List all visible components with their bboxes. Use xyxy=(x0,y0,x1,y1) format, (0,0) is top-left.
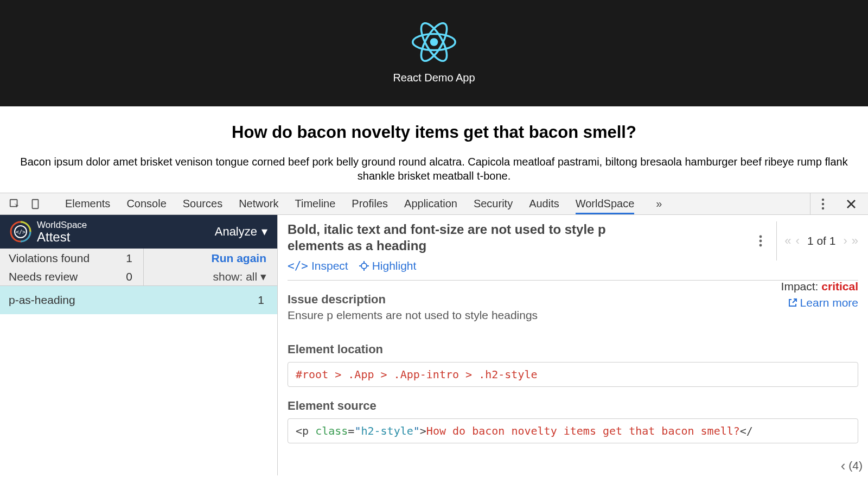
tab-network[interactable]: Network xyxy=(239,193,278,214)
issue-title: Bold, italic text and font-size are not … xyxy=(288,221,635,254)
impact-block: Impact: critical Learn more xyxy=(781,280,858,310)
caret-down-icon: ▾ xyxy=(261,225,267,239)
needs-review-row: Needs review 0 xyxy=(0,267,143,285)
brand-bottom: Attest xyxy=(37,230,87,244)
learn-more-label: Learn more xyxy=(800,296,858,309)
brand-top: WorldSpace xyxy=(37,220,87,230)
issue-desc-text: Ensure p elements are not used to style … xyxy=(288,309,858,322)
needs-review-label: Needs review xyxy=(9,270,78,283)
issue-menu-icon[interactable] xyxy=(752,233,769,249)
svg-point-7 xyxy=(822,202,824,205)
impact-value: critical xyxy=(821,280,858,292)
element-source-label: Element source xyxy=(288,399,858,413)
inspect-button[interactable]: </> Inspect xyxy=(288,259,348,272)
violation-rule-id: p-as-heading xyxy=(9,294,75,307)
impact-label: Impact: xyxy=(781,280,822,292)
element-source-box[interactable]: <p class="h2-style">How do bacon novelty… xyxy=(288,418,858,443)
last-icon[interactable]: » xyxy=(852,234,858,248)
learn-more-link[interactable]: Learn more xyxy=(788,296,858,309)
inspect-actions: </> Inspect Highlight xyxy=(288,259,635,272)
src-q2: " xyxy=(413,424,420,437)
tab-profiles[interactable]: Profiles xyxy=(352,193,388,214)
run-again-link[interactable]: Run again xyxy=(211,252,266,265)
tab-console[interactable]: Console xyxy=(126,193,166,214)
target-icon xyxy=(359,261,369,271)
inspect-element-icon[interactable] xyxy=(7,196,23,212)
inspect-label: Inspect xyxy=(311,259,348,272)
attest-sub-header: Violations found 1 Needs review 0 Run ag… xyxy=(0,249,277,286)
svg-point-8 xyxy=(822,207,824,209)
attest-left-column: </> WorldSpace Attest Analyze ▾ Violatio… xyxy=(0,215,278,475)
issue-nav-controls: « ‹ 1 of 1 › » xyxy=(752,221,858,260)
close-devtools-icon[interactable] xyxy=(843,196,859,212)
tab-worldspace[interactable]: WorldSpace xyxy=(576,193,635,214)
kebab-menu-icon[interactable] xyxy=(815,196,831,212)
tab-audits[interactable]: Audits xyxy=(529,193,559,214)
device-toolbar-icon[interactable] xyxy=(27,196,43,212)
nav-icons: « ‹ 1 of 1 › » xyxy=(784,234,858,248)
devtools-panel: Elements Console Sources Network Timelin… xyxy=(0,193,868,475)
analyze-button[interactable]: Analyze ▾ xyxy=(215,225,267,239)
attest-logo-icon: </> xyxy=(10,221,31,243)
tab-application[interactable]: Application xyxy=(404,193,457,214)
svg-point-0 xyxy=(430,38,438,46)
devtools-tabs-bar: Elements Console Sources Network Timelin… xyxy=(0,193,868,215)
first-icon[interactable]: « xyxy=(784,234,791,248)
page-body-text: Bacon ipsum dolor amet brisket venison t… xyxy=(4,155,864,183)
react-logo-icon xyxy=(412,22,456,62)
show-filter-dropdown[interactable]: show: all ▾ xyxy=(213,270,266,283)
src-eq: = xyxy=(348,424,354,437)
tab-overflow-icon[interactable]: » xyxy=(650,198,667,210)
src-close: > xyxy=(420,424,426,437)
violations-count: 1 xyxy=(126,252,132,265)
app-title: React Demo App xyxy=(393,72,475,84)
violations-label: Violations found xyxy=(9,252,90,265)
tab-sources[interactable]: Sources xyxy=(183,193,222,214)
src-text: How do bacon novelty items get that baco… xyxy=(426,424,740,437)
svg-rect-5 xyxy=(33,199,39,208)
highlight-button[interactable]: Highlight xyxy=(359,259,417,272)
issue-desc-label: Issue description xyxy=(288,292,858,307)
svg-point-6 xyxy=(822,198,824,200)
src-open: <p xyxy=(296,424,315,437)
analyze-label: Analyze xyxy=(215,225,257,239)
src-q1: " xyxy=(354,424,361,437)
page-heading: How do bacon novelty items get that baco… xyxy=(4,123,864,142)
sub-header-right: Run again show: all ▾ xyxy=(144,249,277,285)
tab-elements[interactable]: Elements xyxy=(65,193,110,214)
src-val: h2-style xyxy=(361,424,413,437)
attest-brand: WorldSpace Attest xyxy=(37,220,87,244)
attest-right-column: Bold, italic text and font-size are not … xyxy=(278,215,868,475)
code-icon: </> xyxy=(288,259,308,272)
footer-strip: ‹ (4) xyxy=(835,456,868,475)
element-location-label: Element location xyxy=(288,342,858,357)
devtools-tabs-right xyxy=(810,193,868,214)
page-content: How do bacon novelty items get that baco… xyxy=(0,106,868,193)
sub-header-left: Violations found 1 Needs review 0 xyxy=(0,249,144,285)
svg-text:</>: </> xyxy=(16,229,25,235)
svg-point-14 xyxy=(760,240,762,243)
needs-review-count: 0 xyxy=(126,270,132,283)
element-location-box[interactable]: #root > .App > .App-intro > .h2-style xyxy=(288,362,858,387)
violation-row[interactable]: p-as-heading 1 xyxy=(0,286,277,314)
src-end: </ xyxy=(740,424,753,437)
devtools-tabs: Elements Console Sources Network Timelin… xyxy=(65,193,810,214)
caret-down-icon: ▾ xyxy=(260,270,266,283)
external-link-icon xyxy=(788,298,797,307)
violation-rule-count: 1 xyxy=(258,294,264,307)
prev-icon[interactable]: ‹ xyxy=(796,234,800,248)
app-header: React Demo App xyxy=(0,0,868,106)
svg-point-13 xyxy=(760,236,762,238)
issue-title-block: Bold, italic text and font-size are not … xyxy=(288,221,635,272)
highlight-label: Highlight xyxy=(372,259,417,272)
nav-count: 1 of 1 xyxy=(804,234,839,247)
svg-point-15 xyxy=(760,244,762,247)
element-location-value: #root > .App > .App-intro > .h2-style xyxy=(296,368,538,381)
violations-found-row: Violations found 1 xyxy=(0,249,143,267)
chevron-left-icon[interactable]: ‹ xyxy=(841,457,846,474)
tab-security[interactable]: Security xyxy=(474,193,513,214)
next-icon[interactable]: › xyxy=(843,234,847,248)
tab-timeline[interactable]: Timeline xyxy=(295,193,336,214)
attest-panel: </> WorldSpace Attest Analyze ▾ Violatio… xyxy=(0,215,868,475)
show-filter-label: show: all xyxy=(213,270,257,283)
